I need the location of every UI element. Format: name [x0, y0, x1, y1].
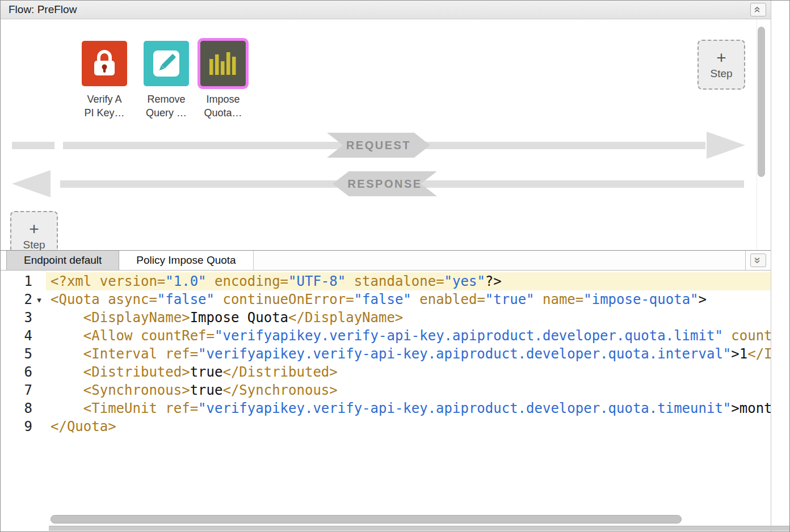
collapse-flow-button[interactable]: «	[750, 3, 766, 16]
collapse-editor-button[interactable]: »	[750, 254, 766, 267]
editor-horizontal-scrollbar[interactable]	[51, 515, 682, 523]
line-number: 3	[1, 309, 32, 327]
code-text[interactable]: <Interval ref="verifyapikey.verify-api-k…	[46, 345, 771, 363]
line-number: 1	[1, 272, 32, 290]
fold-gutter	[32, 399, 46, 417]
code-editor[interactable]: 1<?xml version="1.0" encoding="UTF-8" st…	[1, 271, 771, 509]
editor-tabbar: Endpoint defaultPolicy Impose Quota »	[1, 251, 771, 271]
code-text[interactable]: <?xml version="1.0" encoding="UTF-8" sta…	[46, 272, 771, 290]
scrollbar-thumb[interactable]	[758, 27, 765, 177]
add-step-button-response[interactable]: + Step	[10, 211, 58, 250]
policy-verify-api-key[interactable]: Verify API Key…	[76, 41, 133, 120]
code-line[interactable]: 8 <TimeUnit ref="verifyapikey.verify-api…	[1, 399, 771, 417]
plus-icon: +	[29, 221, 39, 238]
fold-gutter	[32, 363, 46, 381]
add-step-button-request[interactable]: + Step	[697, 40, 745, 90]
code-line[interactable]: 2▾<Quota async="false" continueOnError="…	[1, 290, 771, 309]
fold-gutter	[32, 327, 46, 345]
add-step-label: Step	[23, 239, 45, 250]
line-number: 7	[1, 381, 32, 399]
code-text[interactable]: <Quota async="false" continueOnError="fa…	[46, 290, 771, 309]
policy-label: RemoveQuery …	[138, 92, 195, 120]
code-text[interactable]: <Synchronous>true</Synchronous>	[46, 381, 771, 399]
fold-gutter	[32, 272, 46, 290]
fold-gutter	[32, 345, 46, 363]
chevron-double-down-icon: »	[753, 257, 764, 263]
tab-endpoint-default[interactable]: Endpoint default	[6, 251, 119, 270]
tab-strip: Endpoint defaultPolicy Impose Quota	[6, 251, 254, 270]
flow-canvas: Verify API Key…RemoveQuery …ImposeQuota……	[1, 19, 771, 250]
add-step-label: Step	[710, 67, 732, 80]
line-number: 6	[1, 363, 32, 381]
flow-vertical-scrollbar[interactable]	[757, 19, 766, 250]
line-number: 4	[1, 327, 32, 345]
policy-label: ImposeQuota…	[195, 92, 251, 120]
request-label: REQUEST	[346, 139, 411, 152]
code-line[interactable]: 4 <Allow countRef="verifyapikey.verify-a…	[1, 327, 771, 345]
fold-gutter	[32, 381, 46, 399]
code-text[interactable]: <Distributed>true</Distributed>	[46, 363, 771, 381]
line-number: 8	[1, 399, 32, 417]
editor-panel: Endpoint defaultPolicy Impose Quota » 1<…	[1, 250, 771, 531]
code-text[interactable]: </Quota>	[46, 417, 771, 436]
line-number: 9	[1, 417, 32, 436]
code-line[interactable]: 5 <Interval ref="verifyapikey.verify-api…	[1, 345, 771, 363]
code-line[interactable]: 1<?xml version="1.0" encoding="UTF-8" st…	[1, 272, 771, 290]
flow-header: Flow: PreFlow «	[1, 1, 771, 19]
response-label: RESPONSE	[347, 178, 422, 191]
tab-policy-impose-quota[interactable]: Policy Impose Quota	[119, 251, 253, 270]
code-line[interactable]: 9</Quota>	[1, 417, 771, 436]
fold-gutter	[32, 309, 46, 327]
response-arrowhead-icon	[12, 170, 51, 197]
flow-editor-app: Flow: PreFlow « Verify API Key…RemoveQue…	[1, 1, 771, 531]
request-arrowhead-icon	[707, 132, 745, 159]
code-text[interactable]: <DisplayName>Impose Quota</DisplayName>	[46, 309, 771, 327]
fold-arrow-icon[interactable]: ▾	[32, 290, 46, 309]
line-number: 5	[1, 345, 32, 363]
code-line[interactable]: 6 <Distributed>true</Distributed>	[1, 363, 771, 381]
policy-remove-query[interactable]: RemoveQuery …	[138, 41, 195, 120]
policy-label: Verify API Key…	[76, 92, 133, 120]
chevron-double-up-icon: «	[753, 6, 764, 12]
apigee-proxy-editor-window: Flow: PreFlow « Verify API Key…RemoveQue…	[0, 0, 790, 532]
window-horizontal-scrollbar[interactable]	[49, 526, 789, 531]
bar-chart-icon	[200, 41, 246, 86]
lock-icon	[82, 41, 127, 86]
policy-impose-quota[interactable]: ImposeQuota…	[195, 41, 251, 120]
code-line[interactable]: 3 <DisplayName>Impose Quota</DisplayName…	[1, 309, 771, 327]
code-line[interactable]: 7 <Synchronous>true</Synchronous>	[1, 381, 771, 399]
fold-gutter	[32, 417, 46, 436]
plus-icon: +	[716, 49, 726, 66]
code-text[interactable]: <Allow countRef="verifyapikey.verify-api…	[46, 327, 771, 345]
request-flow-bar-left	[12, 142, 54, 149]
line-number: 2	[1, 290, 32, 309]
flow-panel: Flow: PreFlow « Verify API Key…RemoveQue…	[1, 1, 771, 250]
code-text[interactable]: <TimeUnit ref="verifyapikey.verify-api-k…	[46, 399, 771, 417]
flow-title: Flow: PreFlow	[9, 3, 77, 16]
tab-tools: »	[745, 251, 771, 270]
pencil-icon	[144, 41, 189, 86]
